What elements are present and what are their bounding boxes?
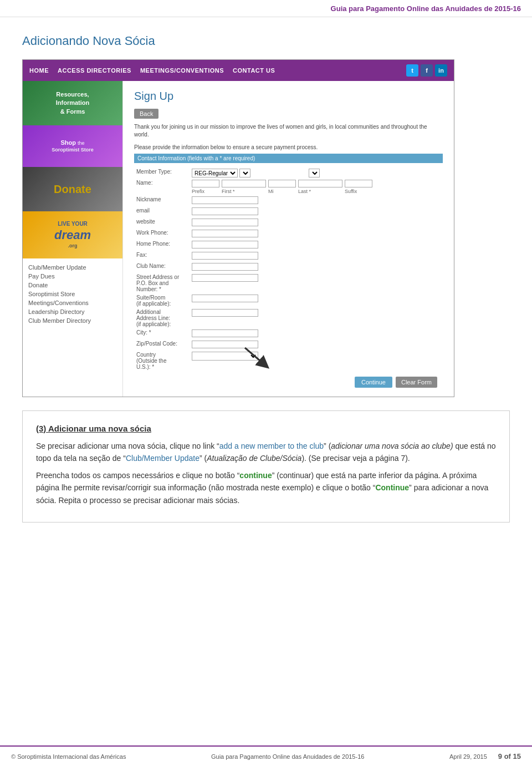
clear-button[interactable]: Clear Form: [396, 377, 437, 388]
nickname-label: Nickname: [134, 195, 190, 206]
desc-italic1: adicionar uma nova sócia ao clube): [331, 442, 453, 450]
resources-image[interactable]: Resources, Information & Forms: [23, 81, 122, 125]
nav-home[interactable]: HOME: [29, 67, 49, 74]
sidebar-link-0[interactable]: Club/Member Update: [28, 263, 117, 272]
street-input[interactable]: [192, 274, 258, 282]
fax-input[interactable]: [192, 252, 258, 260]
member-type-select2[interactable]: [239, 169, 250, 177]
prefix-input[interactable]: [192, 180, 219, 187]
work-phone-row: Work Phone:: [134, 229, 443, 240]
nav-contact[interactable]: CONTACT US: [233, 67, 275, 74]
dream-image[interactable]: LIVE YOUR dream .org: [23, 211, 122, 258]
resources-label: Resources, Information & Forms: [54, 88, 92, 118]
top-header: Guia para Pagamento Online das Anuidades…: [0, 0, 532, 17]
linkedin-icon[interactable]: in: [435, 64, 447, 77]
member-type-row: Member Type: REG-Regular: [134, 168, 443, 179]
shop-label: Shop the Soroptimist Store: [52, 139, 94, 153]
last-input[interactable]: [298, 180, 342, 187]
desc-para1: Se precisar adicionar uma nova sócia, cl…: [36, 440, 496, 465]
nickname-input[interactable]: [192, 196, 258, 204]
sidebar-link-6[interactable]: Club Member Directory: [28, 316, 117, 325]
desc-link1: add a new member to the club: [219, 442, 324, 450]
sidebar-link-3[interactable]: Soroptimist Store: [28, 290, 117, 298]
suite-input[interactable]: [192, 295, 258, 302]
country-label: Country (Outside the U.S.): *: [134, 351, 190, 371]
facebook-icon[interactable]: f: [421, 64, 433, 77]
footer-right: April 29, 2015 9 of 15: [449, 752, 521, 760]
shop-text-main: Shop the: [52, 139, 94, 147]
donate-image[interactable]: Donate: [23, 167, 122, 211]
mi-label: Mi: [268, 189, 296, 194]
footer-left: © Soroptimista Internacional das América…: [11, 753, 126, 760]
desc-text5: ). (Se precisar veja a página 7).: [301, 454, 410, 463]
home-phone-input[interactable]: [192, 241, 258, 248]
footer-date: April 29, 2015: [449, 753, 487, 760]
work-phone-input[interactable]: [192, 230, 258, 237]
name-label: Name:: [134, 179, 190, 195]
nav-bar: HOME ACCESS DIRECTORIES MEETINGS/CONVENT…: [23, 60, 454, 81]
country-row: Country (Outside the U.S.): *: [134, 351, 443, 371]
footer-page: 9 of 15: [498, 752, 521, 760]
zip-label: Zip/Postal Code:: [134, 339, 190, 351]
member-type-field: REG-Regular: [190, 168, 443, 179]
member-type-select3[interactable]: [309, 169, 320, 177]
nav-directories[interactable]: ACCESS DIRECTORIES: [58, 67, 131, 74]
street-label: Street Address or P.O. Box and Number: *: [134, 273, 190, 293]
first-input[interactable]: [222, 180, 266, 187]
club-name-input[interactable]: [192, 263, 258, 271]
desc-italic2: Atualização de Clube/Sócia: [207, 454, 301, 463]
website-input[interactable]: [192, 219, 258, 226]
sidebar-link-4[interactable]: Meetings/Conventions: [28, 298, 117, 307]
desc-text4: ” (: [200, 454, 207, 463]
screenshot-body: Resources, Information & Forms Shop the …: [23, 81, 454, 397]
work-phone-label: Work Phone:: [134, 229, 190, 240]
home-phone-row: Home Phone:: [134, 240, 443, 251]
dream-text: dream: [54, 227, 91, 244]
desc-para2: Preencha todos os campos necessários e c…: [36, 469, 496, 506]
back-button[interactable]: Back: [134, 109, 158, 119]
name-labels: Prefix First * Mi Last * Suffix: [192, 189, 441, 194]
member-type-select[interactable]: REG-Regular: [192, 169, 238, 177]
last-label: Last *: [298, 189, 342, 194]
sidebar-link-5[interactable]: Leadership Directory: [28, 307, 117, 316]
desc-heading: (3) Adicionar uma nova sócia: [36, 422, 496, 435]
city-label: City: *: [134, 328, 190, 339]
suffix-input[interactable]: [345, 180, 372, 187]
email-row: email: [134, 206, 443, 217]
zip-row: Zip/Postal Code:: [134, 339, 443, 351]
desc-link4: Continue: [375, 483, 409, 492]
sidebar-link-2[interactable]: Donate: [28, 281, 117, 290]
prefix-label: Prefix: [192, 189, 219, 194]
social-icons: t f in: [406, 64, 447, 77]
suite-label: Suite/Room (if applicable):: [134, 293, 190, 308]
mi-input[interactable]: [268, 180, 296, 187]
email-input[interactable]: [192, 207, 258, 215]
name-inputs: [192, 180, 441, 187]
signup-title: Sign Up: [134, 90, 443, 103]
sidebar-link-1[interactable]: Pay Dues: [28, 272, 117, 281]
page-content: Adicionando Nova Sócia HOME ACCESS DIREC…: [0, 17, 532, 545]
shop-image[interactable]: Shop the Soroptimist Store: [23, 125, 122, 167]
sidebar-links: Club/Member Update Pay Dues Donate Sorop…: [23, 258, 122, 329]
street-row: Street Address or P.O. Box and Number: *: [134, 273, 443, 293]
additional-input[interactable]: [192, 309, 258, 317]
dream-label: LIVE YOUR dream .org: [54, 220, 91, 250]
city-input[interactable]: [192, 329, 258, 337]
desc-text1: Se precisar adicionar uma nova sócia, cl…: [36, 442, 219, 450]
twitter-icon[interactable]: t: [406, 64, 418, 77]
shop-text-sub: Soroptimist Store: [52, 147, 94, 154]
fax-label: Fax:: [134, 251, 190, 262]
header-title: Guia para Pagamento Online das Anuidades…: [331, 4, 521, 13]
desc-para2-text1: Preencha todos os campos necessários e c…: [36, 471, 239, 480]
club-name-label: Club Name:: [134, 262, 190, 273]
first-label: First *: [222, 189, 266, 194]
nav-meetings[interactable]: MEETINGS/CONVENTIONS: [140, 67, 224, 74]
main-form-content: Sign Up Back Thank you for joining us in…: [122, 81, 454, 397]
desc-text2: ” (: [324, 442, 331, 450]
additional-label: Additional Address Line: (if applicable)…: [134, 308, 190, 328]
left-sidebar: Resources, Information & Forms Shop the …: [23, 81, 122, 397]
additional-row: Additional Address Line: (if applicable)…: [134, 308, 443, 328]
continue-button[interactable]: Continue: [355, 377, 392, 388]
page-title: Adicionando Nova Sócia: [22, 34, 510, 48]
form-buttons: Continue Clear Form: [134, 377, 443, 388]
